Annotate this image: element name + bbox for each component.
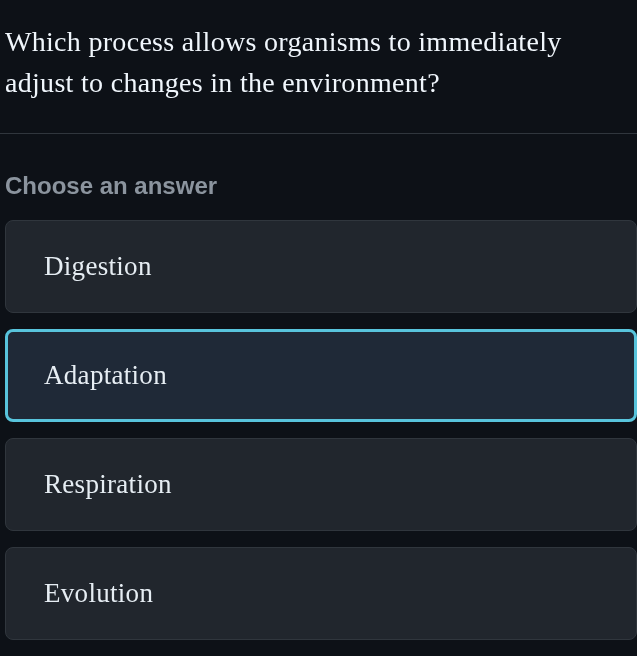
- answers-container: Digestion Adaptation Respiration Evoluti…: [0, 220, 637, 640]
- answer-option-digestion[interactable]: Digestion: [5, 220, 637, 313]
- answer-option-evolution[interactable]: Evolution: [5, 547, 637, 640]
- choose-answer-label: Choose an answer: [0, 134, 637, 220]
- answer-option-adaptation[interactable]: Adaptation: [5, 329, 637, 422]
- question-text: Which process allows organisms to immedi…: [0, 0, 637, 133]
- answer-option-respiration[interactable]: Respiration: [5, 438, 637, 531]
